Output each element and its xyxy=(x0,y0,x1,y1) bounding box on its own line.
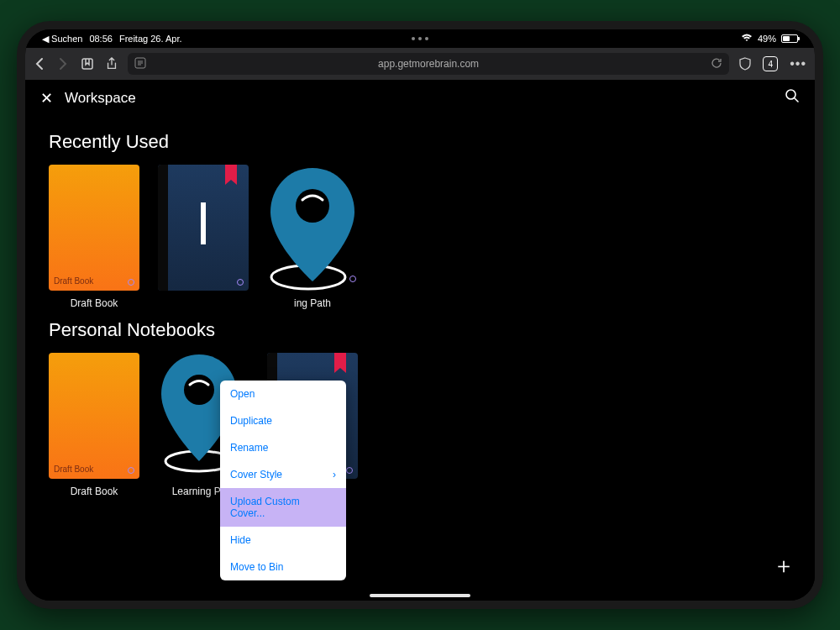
tabs-button[interactable]: 4 xyxy=(763,56,778,71)
status-time: 08:56 xyxy=(89,34,113,44)
close-button[interactable]: ✕ xyxy=(40,89,53,108)
browser-toolbar: app.getmorebrain.com 4 ••• xyxy=(25,48,815,80)
recent-row: Draft Book Draft Book xyxy=(49,165,791,309)
svg-point-10 xyxy=(184,375,214,405)
url-text: app.getmorebrain.com xyxy=(378,58,479,70)
book-item[interactable]: Draft Book Draft Book xyxy=(49,353,139,497)
book-item[interactable]: Draft Book Draft Book xyxy=(49,165,139,309)
book-cover-orange[interactable]: Draft Book xyxy=(49,353,139,479)
url-bar[interactable]: app.getmorebrain.com xyxy=(128,53,729,75)
page-title: Workspace xyxy=(65,90,136,107)
personal-row: Draft Book Draft Book xyxy=(49,353,791,497)
cover-status-dot xyxy=(237,279,244,286)
book-title: Draft Book xyxy=(49,297,139,309)
svg-line-6 xyxy=(795,98,798,102)
context-menu: Open Duplicate Rename Cover Style › Uplo… xyxy=(220,381,346,580)
chevron-right-icon: › xyxy=(333,469,336,480)
svg-point-5 xyxy=(786,90,795,99)
book-title: Draft Book xyxy=(49,486,139,497)
home-indicator[interactable] xyxy=(370,594,470,597)
menu-upload-cover[interactable]: Upload Custom Cover... xyxy=(220,488,346,527)
reload-icon[interactable] xyxy=(711,57,722,71)
menu-cover-style[interactable]: Cover Style › xyxy=(220,461,346,488)
forward-button[interactable] xyxy=(57,57,69,71)
book-cover-orange[interactable]: Draft Book xyxy=(49,165,139,291)
menu-move-to-bin[interactable]: Move to Bin xyxy=(220,554,346,580)
bookmark-icon xyxy=(334,353,346,373)
search-icon[interactable] xyxy=(785,88,800,108)
section-title-recent: Recently Used xyxy=(49,131,791,153)
shield-icon[interactable] xyxy=(739,57,751,71)
menu-duplicate[interactable]: Duplicate xyxy=(220,407,346,434)
share-icon[interactable] xyxy=(106,57,118,71)
more-icon[interactable]: ••• xyxy=(790,56,806,71)
status-bar: ◀ Suchen 08:56 Freitag 26. Apr. 49% xyxy=(25,29,815,48)
book-item[interactable] xyxy=(158,165,249,309)
book-cover-pin[interactable] xyxy=(267,165,358,291)
battery-icon xyxy=(781,34,798,43)
back-to-app[interactable]: ◀ Suchen xyxy=(42,34,82,45)
cover-label: Draft Book xyxy=(49,459,98,479)
cover-label: Draft Book xyxy=(49,271,98,291)
book-item[interactable]: ing Path xyxy=(267,165,358,309)
menu-open[interactable]: Open xyxy=(220,381,346,407)
reader-icon[interactable] xyxy=(134,57,146,71)
wifi-icon xyxy=(741,34,753,44)
cover-status-dot xyxy=(346,467,353,474)
status-date: Freitag 26. Apr. xyxy=(119,34,182,44)
ipad-frame: ◀ Suchen 08:56 Freitag 26. Apr. 49% xyxy=(17,21,823,609)
multitask-dots[interactable] xyxy=(412,37,428,40)
svg-point-8 xyxy=(296,189,329,223)
battery-percent: 49% xyxy=(758,34,776,44)
add-button[interactable]: ＋ xyxy=(773,551,795,580)
app-content: ✕ Workspace Recently Used Draft Book Dra… xyxy=(25,80,815,601)
back-button[interactable] xyxy=(34,57,45,71)
menu-hide[interactable]: Hide xyxy=(220,527,346,554)
cover-status-dot xyxy=(128,279,134,286)
section-title-personal: Personal Notebooks xyxy=(49,319,791,341)
menu-label: Cover Style xyxy=(230,469,282,480)
cover-status-dot xyxy=(349,276,356,282)
book-title: ing Path xyxy=(267,297,358,309)
menu-rename[interactable]: Rename xyxy=(220,434,346,461)
cover-status-dot xyxy=(128,467,134,474)
app-header: ✕ Workspace xyxy=(25,80,815,116)
book-cover-navy[interactable] xyxy=(158,165,249,291)
bookmark-icon xyxy=(225,165,237,185)
bookmark-icon[interactable] xyxy=(81,57,94,71)
